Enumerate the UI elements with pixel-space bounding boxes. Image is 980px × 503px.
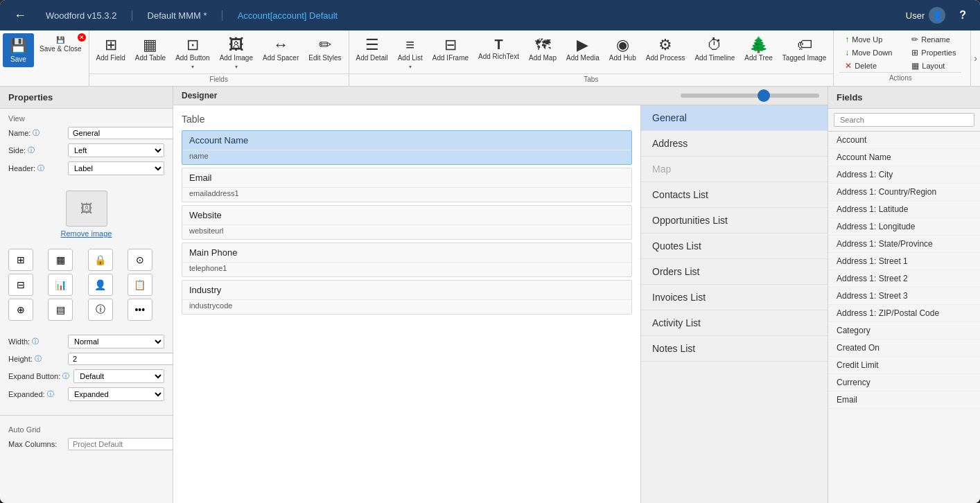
icon-btn-3[interactable]: 🔒 (88, 249, 113, 271)
add-spacer-button[interactable]: ↔ Add Spacer (259, 35, 303, 65)
field-item-addr-state[interactable]: Address 1: State/Province (828, 236, 980, 253)
expand-button-select[interactable]: Default None (73, 369, 164, 383)
expand-btn-info-icon[interactable]: ⓘ (62, 371, 69, 381)
icon-btn-7[interactable]: 👤 (88, 274, 113, 296)
icon-btn-12[interactable]: ••• (128, 299, 152, 321)
add-image-button[interactable]: 🖼 Add Image ▾ (216, 35, 257, 73)
field-item-addr-street2[interactable]: Address 1: Street 2 (828, 270, 980, 288)
ribbon-expand-button[interactable]: › (974, 53, 977, 64)
properties-button[interactable]: ⊞ Properties (906, 46, 961, 59)
side-select[interactable]: Left Right (68, 143, 164, 157)
field-item-account[interactable]: Account (828, 132, 980, 149)
add-iframe-button[interactable]: ⊟ Add IFrame (428, 35, 473, 65)
field-item-addr-street3[interactable]: Address 1: Street 3 (828, 288, 980, 305)
help-button[interactable]: ? (954, 6, 972, 24)
icon-btn-2[interactable]: ▦ (48, 249, 73, 271)
save-button[interactable]: 💾 Save (3, 33, 34, 67)
zoom-slider[interactable] (681, 94, 819, 98)
add-map-button[interactable]: 🗺 Add Map (525, 35, 561, 65)
tab-active[interactable]: Account[account] Default (232, 10, 344, 21)
icon-btn-9[interactable]: ⊕ (8, 299, 33, 321)
add-field-button[interactable]: ⊞ Add Field (92, 35, 130, 65)
tab-item-orders[interactable]: Orders List (641, 259, 828, 285)
field-item-addr-city[interactable]: Address 1: City (828, 166, 980, 184)
field-item-addr-lon[interactable]: Address 1: Longitude (828, 218, 980, 236)
table-row[interactable]: Website websiteurl (182, 205, 632, 240)
add-process-button[interactable]: ⚙ Add Process (642, 35, 690, 65)
field-item-currency[interactable]: Currency (828, 374, 980, 391)
icon-btn-5[interactable]: ⊟ (8, 274, 33, 296)
header-label: Header: ⓘ (8, 164, 64, 173)
field-item-addr-country[interactable]: Address 1: Country/Region (828, 184, 980, 201)
tab-item-general[interactable]: General (641, 105, 828, 131)
add-timeline-button[interactable]: ⏱ Add Timeline (690, 35, 739, 65)
height-info-icon[interactable]: ⓘ (35, 354, 42, 364)
icon-btn-6[interactable]: 📊 (48, 274, 73, 296)
header-select[interactable]: Label None (68, 161, 164, 175)
fields-search (828, 109, 980, 132)
icon-btn-4[interactable]: ⊙ (128, 249, 152, 271)
move-down-button[interactable]: ↓ Move Down (839, 46, 898, 59)
add-richtext-button[interactable]: T Add RichText (474, 35, 523, 64)
tab-default[interactable]: Default MMM * (142, 10, 213, 21)
layout-button[interactable]: ▦ Layout (906, 60, 961, 72)
tab-item-opportunities[interactable]: Opportunities List (641, 208, 828, 233)
tab-item-notes[interactable]: Notes List (641, 336, 828, 362)
add-hub-button[interactable]: ◉ Add Hub (605, 35, 640, 65)
max-columns-input[interactable] (68, 438, 173, 450)
width-select[interactable]: Normal Wide Narrow (68, 335, 164, 348)
tab-item-quotes[interactable]: Quotes List (641, 233, 828, 259)
expanded-select[interactable]: Expanded Collapsed (68, 387, 164, 401)
table-row[interactable]: Email emailaddress1 (182, 168, 632, 202)
ribbon-actions-section: ↑ Move Up ↓ Move Down ✕ Delete ✏ (834, 30, 967, 86)
side-row: Side: ⓘ Left Right (8, 143, 164, 157)
field-item-email[interactable]: Email (828, 391, 980, 409)
rename-button[interactable]: ✏ Rename (906, 33, 961, 46)
field-item-addr-zip[interactable]: Address 1: ZIP/Postal Code (828, 305, 980, 322)
field-item-account-name[interactable]: Account Name (828, 149, 980, 166)
fields-search-input[interactable] (834, 113, 974, 127)
icon-btn-1[interactable]: ⊞ (8, 249, 33, 271)
table-row[interactable]: Account Name name (182, 130, 632, 165)
tab-item-map[interactable]: Map (641, 157, 828, 182)
add-media-button[interactable]: ▶ Add Media (562, 35, 604, 65)
tab-item-activity[interactable]: Activity List (641, 310, 828, 336)
add-list-button[interactable]: ≡ Add List ▾ (394, 35, 427, 73)
width-info-icon[interactable]: ⓘ (32, 337, 39, 346)
add-detail-button[interactable]: ☰ Add Detail (352, 35, 392, 65)
remove-image-link[interactable]: Remove image (61, 229, 112, 238)
tagged-image-button[interactable]: 🏷 Tagged Image (778, 35, 830, 65)
icon-btn-8[interactable]: 📋 (128, 274, 152, 296)
field-item-category[interactable]: Category (828, 322, 980, 339)
tab-item-invoices[interactable]: Invoices List (641, 285, 828, 310)
field-item-created-on[interactable]: Created On (828, 339, 980, 357)
field-item-addr-street1[interactable]: Address 1: Street 1 (828, 253, 980, 270)
icon-btn-10[interactable]: ▤ (48, 299, 73, 321)
tabs-section-label: Tabs (349, 73, 834, 85)
properties-header: Properties (0, 87, 173, 109)
save-close-button[interactable]: ✕ 💾 Save & Close (35, 33, 86, 55)
header-info-icon[interactable]: ⓘ (37, 164, 44, 173)
delete-button[interactable]: ✕ Delete (839, 60, 898, 72)
designer-title: Designer (182, 91, 217, 100)
expanded-label: Expanded: ⓘ (8, 389, 64, 399)
add-table-button[interactable]: ▦ Add Table (131, 35, 170, 65)
name-info-icon[interactable]: ⓘ (33, 128, 40, 138)
add-button-button[interactable]: ⊡ Add Button ▾ (171, 35, 213, 73)
table-row[interactable]: Industry industrycode (182, 280, 632, 315)
field-item-credit-limit[interactable]: Credit Limit (828, 357, 980, 374)
field-item-addr-lat[interactable]: Address 1: Latitude (828, 201, 980, 218)
back-button[interactable]: ← (8, 6, 32, 26)
name-input[interactable] (68, 127, 173, 139)
move-up-button[interactable]: ↑ Move Up (839, 33, 898, 46)
expanded-info-icon[interactable]: ⓘ (47, 389, 54, 399)
tab-item-contacts[interactable]: Contacts List (641, 182, 828, 208)
user-info: User 👤 (906, 7, 945, 24)
edit-styles-button[interactable]: ✏ Edit Styles (304, 35, 345, 65)
add-tree-button[interactable]: 🌲 Add Tree (740, 35, 777, 65)
height-input[interactable] (68, 353, 173, 365)
icon-btn-11[interactable]: ⓘ (88, 299, 113, 321)
tab-item-address[interactable]: Address (641, 131, 828, 157)
table-row[interactable]: Main Phone telephone1 (182, 242, 632, 277)
side-info-icon[interactable]: ⓘ (28, 145, 35, 155)
